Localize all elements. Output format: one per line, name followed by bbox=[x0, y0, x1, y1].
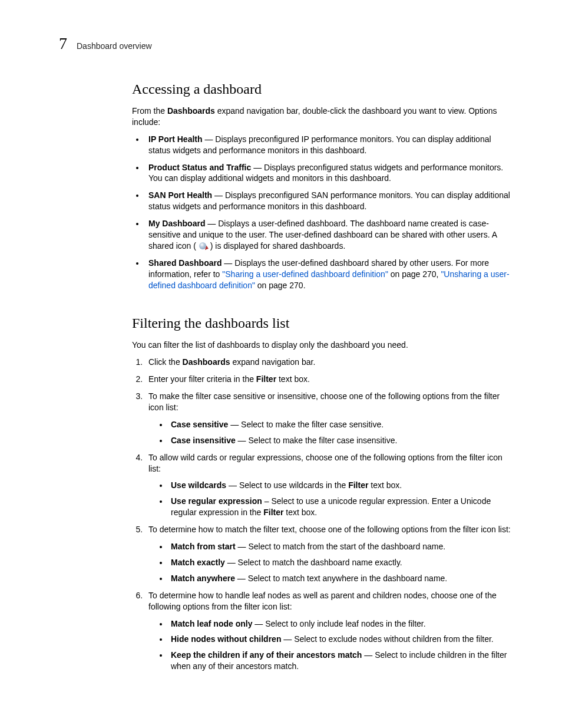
list-item: To make the filter case sensitive or ins… bbox=[145, 391, 515, 446]
text: To make the filter case sensitive or ins… bbox=[148, 391, 500, 412]
list-item: Keep the children if any of their ancest… bbox=[168, 650, 515, 672]
list-item: Case insensitive — Select to make the fi… bbox=[168, 435, 515, 446]
text: To determine how to handle leaf nodes as… bbox=[148, 591, 497, 611]
text: expand navigation bar. bbox=[230, 357, 316, 367]
text: Click the bbox=[148, 357, 183, 367]
text: To allow wild cards or regular expressio… bbox=[148, 453, 503, 473]
list-item: Match from start — Select to match from … bbox=[168, 541, 515, 552]
sub-list: Match leaf node only — Select to only in… bbox=[148, 618, 515, 673]
bold-term: Hide nodes without children bbox=[171, 634, 281, 644]
list-item: Click the Dashboards expand navigation b… bbox=[145, 357, 515, 368]
intro-para: You can filter the list of dashboards to… bbox=[132, 340, 515, 351]
content: Accessing a dashboard From the Dashboard… bbox=[132, 81, 515, 672]
text: Enter your filter criteria in the bbox=[148, 374, 256, 384]
bold-term: Case sensitive bbox=[171, 420, 228, 429]
sub-list: Case sensitive — Select to make the filt… bbox=[148, 419, 515, 446]
steps-list: Click the Dashboards expand navigation b… bbox=[132, 357, 515, 672]
list-item: Use wildcards — Select to use wildcards … bbox=[168, 480, 515, 491]
bold-term: SAN Port Health bbox=[148, 190, 212, 200]
bold-term: Match exactly bbox=[171, 558, 225, 567]
breadcrumb: Dashboard overview bbox=[77, 41, 152, 51]
list-item: Match exactly — Select to match the dash… bbox=[168, 557, 515, 568]
text: — Select to use wildcards in the bbox=[226, 480, 348, 490]
page-header: 7 Dashboard overview bbox=[59, 34, 515, 53]
list-item: To determine how to handle leaf nodes as… bbox=[145, 590, 515, 672]
sub-list: Match from start — Select to match from … bbox=[148, 541, 515, 584]
text: — Select to match from the start of the … bbox=[236, 542, 445, 551]
bold-term: Use regular expression bbox=[171, 496, 262, 506]
list-item: My Dashboard — Displays a user-defined d… bbox=[145, 218, 515, 252]
sub-list: Use wildcards — Select to use wildcards … bbox=[148, 480, 515, 518]
list-item: To allow wild cards or regular expressio… bbox=[145, 452, 515, 518]
bold-term: Filter bbox=[256, 374, 276, 384]
page: 7 Dashboard overview Accessing a dashboa… bbox=[0, 0, 562, 728]
list-item: To determine how to match the filter tex… bbox=[145, 524, 515, 584]
list-item: Hide nodes without children — Select to … bbox=[168, 634, 515, 645]
bold-term: Match leaf node only bbox=[171, 619, 252, 628]
text: text box. bbox=[283, 508, 317, 517]
bold-term: Dashboards bbox=[167, 106, 215, 116]
list-item: Product Status and Traffic — Displays pr… bbox=[145, 162, 515, 185]
options-list: IP Port Health — Displays preconfigured … bbox=[132, 134, 515, 291]
list-item: SAN Port Health — Displays preconfigured… bbox=[145, 190, 515, 212]
text: — Select to match text anywhere in the d… bbox=[235, 574, 447, 583]
xref-link[interactable]: "Sharing a user-defined dashboard defini… bbox=[222, 269, 388, 279]
list-item: Match leaf node only — Select to only in… bbox=[168, 618, 515, 630]
text: — Select to make the filter case sensiti… bbox=[228, 420, 384, 429]
list-item: Case sensitive — Select to make the filt… bbox=[168, 419, 515, 430]
text: — Select to only include leaf nodes in t… bbox=[252, 619, 425, 628]
bold-term: Filter bbox=[263, 508, 283, 517]
list-item: IP Port Health — Displays preconfigured … bbox=[145, 134, 515, 156]
list-item: Use regular expression – Select to use a… bbox=[168, 496, 515, 518]
text: text box. bbox=[368, 480, 402, 490]
text: text box. bbox=[276, 374, 310, 384]
heading-accessing: Accessing a dashboard bbox=[132, 81, 515, 97]
bold-term: Match from start bbox=[171, 542, 236, 551]
bold-term: IP Port Health bbox=[148, 134, 203, 144]
text: on page 270, bbox=[388, 269, 441, 279]
shared-icon bbox=[199, 242, 208, 250]
text: From the bbox=[132, 106, 167, 116]
bold-term: Shared Dashboard bbox=[148, 258, 222, 268]
text: — Select to match the dashboard name exa… bbox=[225, 558, 402, 567]
list-item: Shared Dashboard — Displays the user-def… bbox=[145, 258, 515, 291]
bold-term: Filter bbox=[348, 480, 368, 490]
bold-term: Use wildcards bbox=[171, 480, 226, 490]
bold-term: Keep the children if any of their ancest… bbox=[171, 650, 362, 660]
text: ) is displayed for shared dashboards. bbox=[210, 241, 346, 251]
bold-term: Dashboards bbox=[183, 357, 230, 367]
bold-term: Case insensitive bbox=[171, 436, 236, 445]
bold-term: My Dashboard bbox=[148, 219, 205, 228]
list-item: Match anywhere — Select to match text an… bbox=[168, 573, 515, 584]
text: — Select to make the filter case insensi… bbox=[236, 436, 398, 445]
list-item: Enter your filter criteria in the Filter… bbox=[145, 374, 515, 385]
bold-term: Product Status and Traffic bbox=[148, 163, 251, 172]
text: — Select to exclude nodes without childr… bbox=[281, 634, 493, 644]
heading-filtering: Filtering the dashboards list bbox=[132, 315, 515, 331]
bold-term: Match anywhere bbox=[171, 574, 235, 583]
text: To determine how to match the filter tex… bbox=[148, 525, 511, 534]
intro-para: From the Dashboards expand navigation ba… bbox=[132, 106, 515, 128]
chapter-number: 7 bbox=[59, 34, 67, 53]
text: on page 270. bbox=[255, 281, 306, 290]
